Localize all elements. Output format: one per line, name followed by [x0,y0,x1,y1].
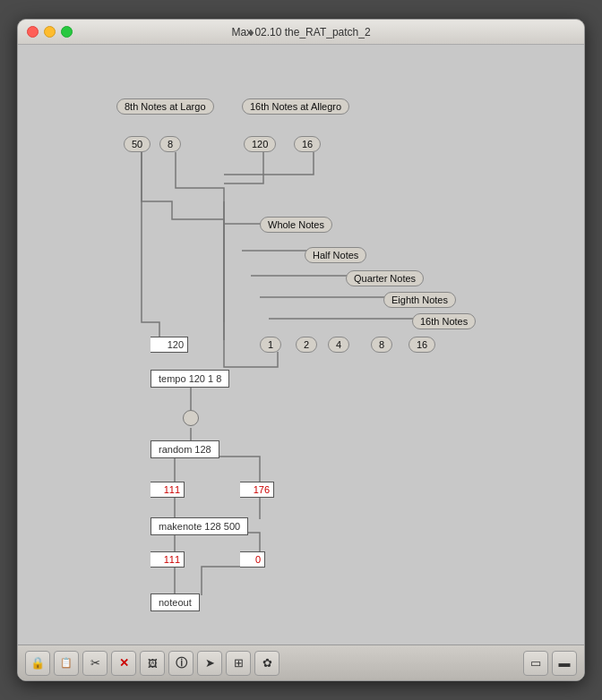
image-button[interactable]: 🖼 [140,651,165,676]
numbox-176[interactable]: 176 [240,482,274,498]
traffic-lights[interactable] [27,26,73,38]
main-window: ♦ Max 02.10 the_RAT_patch_2 [17,19,585,681]
label-quarter-notes: Quarter Notes [346,270,424,286]
random-box[interactable]: random 128 [150,440,219,458]
label-whole-notes: Whole Notes [260,217,332,233]
number-120-display[interactable]: 120 [150,337,188,353]
toolbar-right: ▭ ▬ [523,651,577,676]
panel-right-icon: ▬ [559,656,571,670]
tempo-box[interactable]: tempo 120 1 8 [150,370,229,388]
metro-val-1[interactable]: 1 [260,337,281,353]
panel-left-icon: ▭ [530,656,541,670]
delete-button[interactable]: ✕ [111,651,136,676]
makenote-box[interactable]: makenote 128 500 [150,517,248,535]
close-button[interactable] [27,26,39,38]
maximize-button[interactable] [61,26,73,38]
numbox-111b[interactable]: 111 [150,551,185,568]
label-16th-notes: 16th Notes [412,313,476,329]
label-eighth-notes: Eighth Notes [383,292,456,308]
numbox-0[interactable]: 0 [240,551,265,568]
image-icon: 🖼 [148,658,158,669]
label-8th-largo: 8th Notes at Largo [116,98,214,115]
metro-val-4[interactable]: 4 [328,337,349,353]
copy-button[interactable]: 📋 [54,651,79,676]
patch-canvas[interactable]: 8th Notes at Largo 16th Notes at Allegro… [18,45,584,645]
number-16[interactable]: 16 [294,136,321,152]
bang-object[interactable] [183,410,199,426]
window-title: Max 02.10 the_RAT_patch_2 [231,26,370,38]
grid-icon: ⊞ [234,656,244,670]
number-50[interactable]: 50 [124,136,150,152]
panel-right-button[interactable]: ▬ [552,651,577,676]
metro-val-16[interactable]: 16 [408,337,435,353]
label-half-notes: Half Notes [305,247,366,263]
number-8[interactable]: 8 [159,136,181,152]
cut-icon: ✂ [90,656,100,670]
titlebar: ♦ Max 02.10 the_RAT_patch_2 [18,20,584,45]
lock-icon: 🔒 [30,656,45,670]
noteout-box[interactable]: noteout [150,593,200,611]
numbox-111a[interactable]: 111 [150,482,185,498]
panel-left-button[interactable]: ▭ [523,651,548,676]
label-16th-allegro: 16th Notes at Allegro [242,98,349,115]
toolbar: 🔒 📋 ✂ ✕ 🖼 ⓘ ➤ ⊞ ✿ ▭ [18,645,584,680]
metro-val-2[interactable]: 2 [296,337,317,353]
dsp-button[interactable]: ✿ [254,651,280,676]
minimize-button[interactable] [44,26,56,38]
lock-button[interactable]: 🔒 [25,651,50,676]
grid-button[interactable]: ⊞ [226,651,251,676]
arrow-icon: ➤ [205,656,215,670]
delete-icon: ✕ [119,656,129,670]
number-120-top[interactable]: 120 [244,136,276,152]
copy-icon: 📋 [60,657,73,669]
metro-val-8[interactable]: 8 [371,337,392,353]
dsp-icon: ✿ [262,656,272,670]
info-icon: ⓘ [176,655,187,671]
arrow-button[interactable]: ➤ [197,651,222,676]
cut-button[interactable]: ✂ [82,651,108,676]
info-button[interactable]: ⓘ [168,651,194,676]
